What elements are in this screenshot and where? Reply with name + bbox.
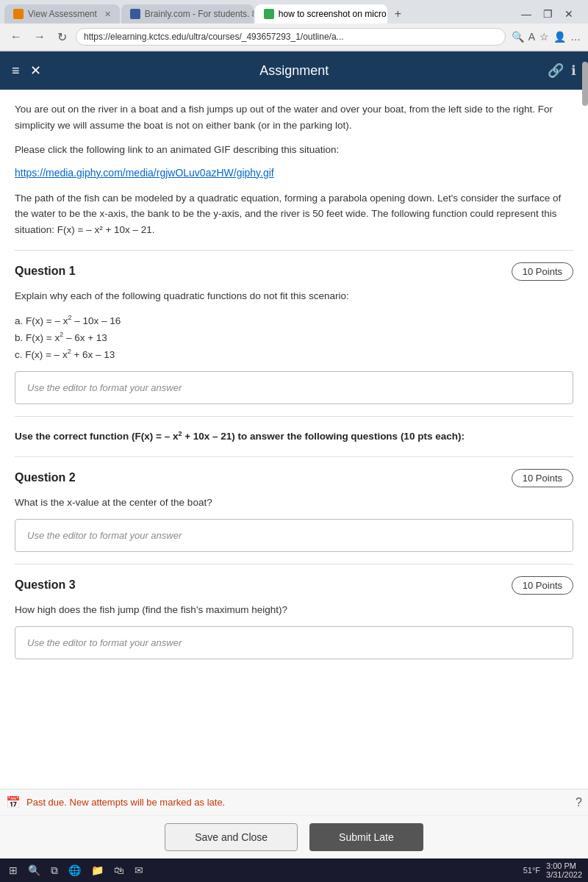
more-icon[interactable]: … (570, 31, 581, 43)
divider-4 (15, 564, 573, 564)
header-right-icons: 🔗 ℹ (548, 62, 576, 79)
refresh-button[interactable]: ↻ (54, 29, 70, 46)
question-3-editor[interactable]: Use the editor to format your answer (15, 626, 573, 659)
question-1-item-b: b. F(x) = x2 – 6x + 13 (15, 329, 573, 346)
tab-label-2: Brainly.com - For students. 8 (145, 9, 254, 19)
tab-label-1: View Assessment (28, 9, 97, 19)
url-input[interactable] (76, 28, 506, 46)
taskbar-right: 51°F 3:00 PM 3/31/2022 (523, 861, 582, 879)
submit-late-button[interactable]: Submit Late (309, 823, 423, 851)
question-1-editor[interactable]: Use the editor to format your answer (15, 371, 573, 404)
content-area: You are out on the river in a boat and a… (0, 90, 588, 814)
intro-paragraph-1: You are out on the river in a boat and a… (15, 101, 573, 133)
question-1-item-c: c. F(x) = – x2 + 6x – 13 (15, 346, 573, 363)
close-assignment-button[interactable]: ✕ (30, 62, 41, 79)
link-icon[interactable]: 🔗 (548, 62, 564, 79)
tab-icon-3 (264, 9, 274, 19)
back-button[interactable]: ← (7, 29, 25, 45)
hamburger-menu[interactable]: ≡ (12, 63, 20, 79)
tab-bar: View Assessment ✕ Brainly.com - For stud… (0, 0, 588, 24)
page-title: Assignment (41, 63, 548, 79)
task-view-button[interactable]: ⧉ (48, 863, 61, 878)
tab-brainly[interactable]: Brainly.com - For students. 8 ✕ (121, 4, 254, 24)
calendar-icon: 📅 (6, 795, 21, 809)
instruction-text: Use the correct function (F(x) = – x2 + … (15, 429, 573, 445)
question-2-prompt: What is the x-value at the center of the… (15, 495, 573, 512)
app-header: ≡ ✕ Assignment 🔗 ℹ (0, 51, 588, 90)
question-2-header: Question 2 10 Points (15, 469, 573, 487)
question-3-header: Question 3 10 Points (15, 576, 573, 595)
divider-3 (15, 456, 573, 457)
question-2-title: Question 2 (15, 471, 76, 484)
help-icon[interactable]: ? (576, 796, 582, 809)
intro-paragraph-2: Please click the following link to an an… (15, 142, 573, 158)
divider-2 (15, 416, 573, 417)
tab-close-1[interactable]: ✕ (104, 10, 111, 19)
store-icon[interactable]: 🛍 (111, 863, 127, 878)
window-controls: — ❐ ✕ (517, 7, 584, 21)
divider-1 (15, 250, 573, 251)
tab-view-assessment[interactable]: View Assessment ✕ (4, 4, 120, 24)
address-bar: ← → ↻ 🔍 A ☆ 👤 … (0, 24, 588, 51)
edge-taskbar-icon[interactable]: 🌐 (65, 863, 84, 878)
close-button[interactable]: ✕ (560, 7, 578, 21)
vertical-scrollbar[interactable] (582, 62, 588, 106)
browser-chrome: View Assessment ✕ Brainly.com - For stud… (0, 0, 588, 51)
intro-paragraph-3: The path of the fish can be modeled by a… (15, 190, 573, 238)
info-icon[interactable]: ℹ (571, 62, 576, 79)
forward-button[interactable]: → (31, 29, 49, 45)
restore-button[interactable]: ❐ (539, 7, 557, 21)
past-due-bar: 📅 Past due. New attempts will be marked … (0, 789, 588, 816)
bookmark-icon[interactable]: ☆ (539, 31, 549, 43)
question-3-points: 10 Points (512, 576, 573, 595)
search-icon: 🔍 (512, 31, 524, 43)
search-taskbar-button[interactable]: 🔍 (25, 863, 43, 878)
windows-start-button[interactable]: ⊞ (6, 863, 21, 878)
taskbar: ⊞ 🔍 ⧉ 🌐 📁 🛍 ✉ 51°F 3:00 PM 3/31/2022 (0, 858, 588, 882)
weather-temp: 51°F (523, 866, 540, 875)
question-3-prompt: How high does the fish jump (find the fi… (15, 602, 573, 619)
giphy-link[interactable]: https://media.giphy.com/media/rgjwOLuv0a… (15, 167, 274, 179)
tab-screenshot[interactable]: how to screenshot on micro ✕ (255, 4, 387, 24)
tab-label-3: how to screenshot on micro (279, 9, 387, 19)
mail-icon[interactable]: ✉ (132, 863, 146, 878)
question-2-editor[interactable]: Use the editor to format your answer (15, 519, 573, 552)
tab-icon-2 (130, 9, 140, 19)
new-tab-button[interactable]: + (389, 4, 407, 24)
save-close-button[interactable]: Save and Close (165, 823, 298, 851)
tab-icon-1 (13, 9, 24, 19)
question-1-header: Question 1 10 Points (15, 262, 573, 281)
read-mode-icon[interactable]: A (528, 31, 535, 43)
minimize-button[interactable]: — (517, 7, 536, 21)
question-1-item-a: a. F(x) = – x2 – 10x – 16 (15, 312, 573, 329)
question-3-title: Question 3 (15, 578, 76, 592)
question-2-points: 10 Points (512, 469, 573, 487)
profile-icon[interactable]: 👤 (553, 31, 566, 43)
address-bar-icons: 🔍 A ☆ 👤 … (512, 31, 581, 43)
file-explorer-icon[interactable]: 📁 (88, 863, 107, 878)
question-1-items: a. F(x) = – x2 – 10x – 16 b. F(x) = x2 –… (15, 312, 573, 364)
question-1-prompt: Explain why each of the following quadra… (15, 288, 573, 305)
question-1-points: 10 Points (512, 262, 573, 281)
header-left: ≡ ✕ (12, 62, 41, 79)
taskbar-clock: 3:00 PM 3/31/2022 (546, 861, 582, 879)
past-due-text: Past due. New attempts will be marked as… (26, 797, 225, 808)
action-buttons: Save and Close Submit Late (0, 816, 588, 858)
question-1-title: Question 1 (15, 265, 76, 278)
bottom-bar: 📅 Past due. New attempts will be marked … (0, 789, 588, 858)
taskbar-left: ⊞ 🔍 ⧉ 🌐 📁 🛍 ✉ (6, 863, 146, 878)
